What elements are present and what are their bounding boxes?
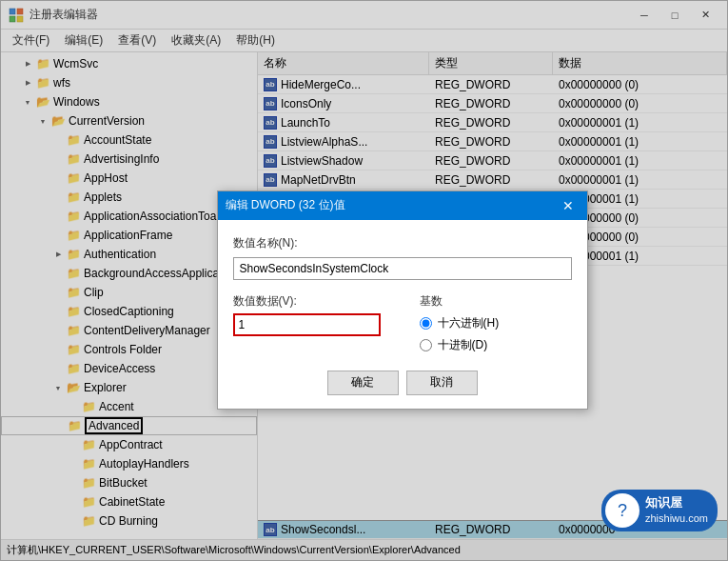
modal-base-section: 基数 十六进制(H) 十进制(D) (420, 293, 572, 353)
modal-base-label: 基数 (420, 293, 572, 310)
modal-name-label: 数值名称(N): (233, 235, 572, 251)
modal-name-input[interactable] (233, 257, 572, 280)
modal-confirm-button[interactable]: 确定 (327, 371, 399, 395)
modal-cancel-button[interactable]: 取消 (406, 371, 478, 395)
radio-group: 十六进制(H) 十进制(D) (420, 315, 572, 353)
radio-dec-input[interactable] (420, 339, 432, 351)
main-window: 注册表编辑器 ─ □ ✕ 文件(F)编辑(E)查看(V)收藏夹(A)帮助(H) … (0, 0, 728, 561)
radio-hex-input[interactable] (420, 317, 432, 330)
modal-value-section: 数值数据(V): (233, 293, 404, 336)
watermark: ? 知识屋 zhishiwu.com (601, 490, 718, 531)
radio-hex-label: 十六进制(H) (438, 315, 500, 331)
modal-window: 编辑 DWORD (32 位)值 ✕ 数值名称(N): 数值数据(V): 基数 (217, 190, 588, 410)
radio-dec-label: 十进制(D) (438, 337, 488, 353)
modal-titlebar: 编辑 DWORD (32 位)值 ✕ (218, 191, 587, 220)
modal-buttons: 确定 取消 (233, 367, 572, 395)
modal-data-label: 数值数据(V): (233, 293, 404, 310)
watermark-sitename: 知识屋 (645, 495, 708, 511)
modal-data-input[interactable] (233, 313, 381, 336)
modal-data-row: 数值数据(V): 基数 十六进制(H) 十进制(D) (233, 293, 572, 353)
radio-hex[interactable]: 十六进制(H) (420, 315, 572, 331)
modal-close-button[interactable]: ✕ (557, 194, 580, 217)
radio-dec[interactable]: 十进制(D) (420, 337, 572, 353)
modal-overlay: 编辑 DWORD (32 位)值 ✕ 数值名称(N): 数值数据(V): 基数 (1, 1, 727, 560)
watermark-url: zhishiwu.com (645, 511, 708, 525)
modal-title: 编辑 DWORD (32 位)值 (226, 197, 557, 213)
watermark-icon: ? (618, 501, 627, 521)
modal-body: 数值名称(N): 数值数据(V): 基数 十六进制(H) (218, 220, 587, 409)
watermark-text: 知识屋 zhishiwu.com (645, 495, 708, 525)
watermark-circle: ? (605, 493, 639, 528)
